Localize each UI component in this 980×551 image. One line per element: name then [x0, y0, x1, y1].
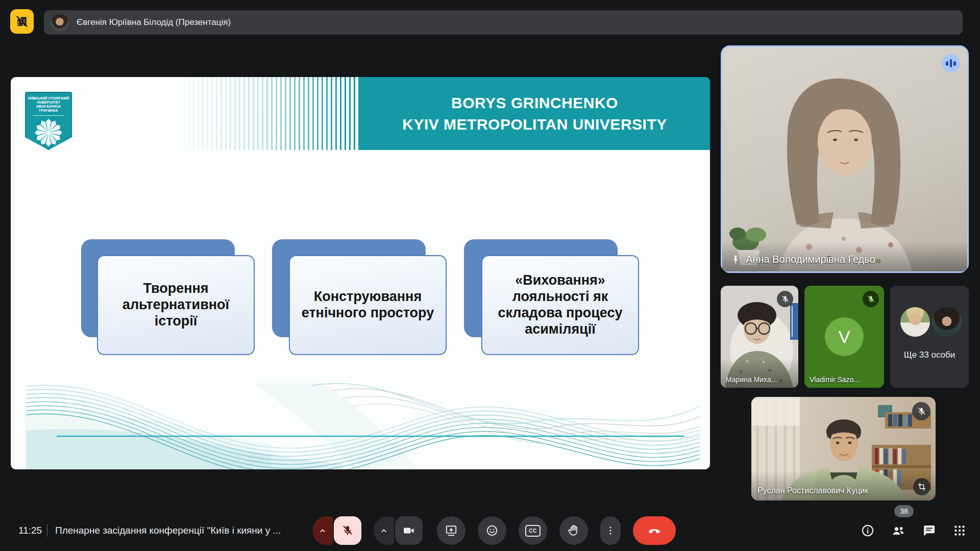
meeting-title: Пленарне засідання конференції "Київ і к… [55, 525, 281, 536]
clock-time: 11:25 [18, 525, 42, 536]
presenter-pill[interactable]: Євгенія Юріївна Білодід (Презентація) [44, 10, 963, 35]
presented-slide: КИЇВСЬКИЙ СТОЛИЧНИЙ УНІВЕРСИТЕТ ІМЕНІ БО… [11, 77, 710, 469]
more-options-button[interactable] [600, 516, 621, 545]
chevron-up-icon [317, 525, 328, 536]
presentation-disabled-icon [15, 15, 29, 28]
flow-box-1-text: Творення альтернативної історії [105, 281, 247, 330]
chevron-up-icon [379, 525, 389, 536]
presenter-avatar [51, 14, 68, 31]
people-icon [891, 523, 905, 538]
mic-off-icon [341, 524, 354, 537]
smiley-icon [485, 524, 499, 537]
participant-name-tag: Руслан Ростиславович Куцик [757, 486, 868, 495]
tile-bottom-shade [751, 471, 936, 500]
flow-box-3: «Виховання» лояльності як складова проце… [481, 255, 639, 355]
presentation-disabled-button[interactable] [10, 9, 34, 34]
flow-box-2: Конструювання етнічного простору [289, 255, 447, 355]
crop-icon[interactable] [913, 478, 930, 495]
chat-panel-button[interactable] [922, 523, 936, 538]
main-speaker-name-tag: Анна Володимирівна Гедьо [730, 254, 875, 265]
activities-grid-button[interactable] [952, 523, 967, 538]
pin-icon [730, 255, 741, 265]
mic-mute-button[interactable] [334, 516, 361, 545]
present-screen-button[interactable] [437, 516, 465, 545]
overflow-avatar-1 [900, 307, 930, 337]
participant-name: Марина Миха... [726, 375, 777, 384]
video-tile-main-speaker[interactable]: Анна Володимирівна Гедьо [721, 45, 969, 273]
reactions-button[interactable] [478, 516, 506, 545]
grid-icon [952, 523, 967, 538]
participant-video-anna [722, 47, 967, 271]
flow-box-3-text: «Виховання» лояльності як складова проце… [489, 272, 631, 337]
audio-activity-indicator [942, 54, 960, 72]
participants-count-badge: 38 [894, 505, 914, 517]
presenter-name: Євгенія Юріївна Білодід (Презентація) [77, 17, 231, 28]
video-tile-overflow[interactable]: Ще 33 особи [890, 286, 969, 388]
camera-icon [403, 524, 415, 537]
wave-decoration [26, 383, 700, 469]
info-icon [861, 523, 875, 538]
video-tile-ruslan[interactable]: Руслан Ростиславович Куцик [751, 397, 936, 500]
flow-box-1: Творення альтернативної історії [97, 255, 255, 355]
overflow-count-label: Ще 33 особи [890, 350, 969, 360]
raise-hand-button[interactable] [559, 516, 588, 545]
mic-muted-icon [912, 402, 930, 420]
toolbar-divider [47, 524, 47, 537]
end-call-icon [647, 523, 662, 538]
logo-divider [33, 115, 64, 116]
logo-starburst-emblem [33, 117, 64, 148]
banner-title-block: BORYS GRINCHENKO KYIV METROPOLITAN UNIVE… [359, 77, 710, 150]
video-tile-marina[interactable]: Марина Миха... [721, 286, 798, 388]
end-call-button[interactable] [633, 516, 676, 545]
avatar-initial: V [825, 317, 864, 356]
banner-title-line2: KYIV METROPOLITAN UNIVERSITY [402, 115, 667, 134]
mic-muted-icon [777, 291, 793, 307]
raise-hand-icon [567, 524, 580, 537]
meeting-details-button[interactable] [861, 523, 875, 538]
mic-options-chevron[interactable] [312, 516, 333, 545]
mic-muted-icon [863, 291, 879, 307]
participant-name-tag: Марина Миха... [726, 375, 777, 384]
university-logo: КИЇВСЬКИЙ СТОЛИЧНИЙ УНІВЕРСИТЕТ ІМЕНІ БО… [25, 92, 72, 150]
logo-text-line2: ІМЕНІ БОРИСА ГРІНЧЕНКА [27, 105, 70, 113]
camera-toggle-button[interactable] [395, 516, 423, 545]
participants-panel-button[interactable] [891, 523, 905, 538]
participant-name-tag: Vladimir Sazo... [810, 375, 860, 384]
cc-icon: CC [525, 525, 541, 537]
logo-text-line1: КИЇВСЬКИЙ СТОЛИЧНИЙ УНІВЕРСИТЕТ [27, 96, 70, 105]
participant-name: Vladimir Sazo... [810, 375, 860, 384]
banner-title-line1: BORYS GRINCHENKO [451, 93, 618, 113]
main-speaker-name: Анна Володимирівна Гедьо [746, 254, 875, 265]
present-screen-icon [445, 524, 458, 537]
banner-stripe-transition [179, 77, 359, 150]
participant-name: Руслан Ростиславович Куцик [757, 486, 868, 495]
overflow-avatar-2 [932, 307, 962, 337]
video-tile-vladimir[interactable]: V Vladimir Sazo... [804, 286, 884, 388]
camera-options-chevron[interactable] [374, 516, 394, 545]
flow-box-2-text: Конструювання етнічного простору [297, 289, 438, 321]
captions-button[interactable]: CC [519, 516, 547, 545]
more-vertical-icon [605, 525, 616, 536]
chat-icon [922, 523, 936, 538]
